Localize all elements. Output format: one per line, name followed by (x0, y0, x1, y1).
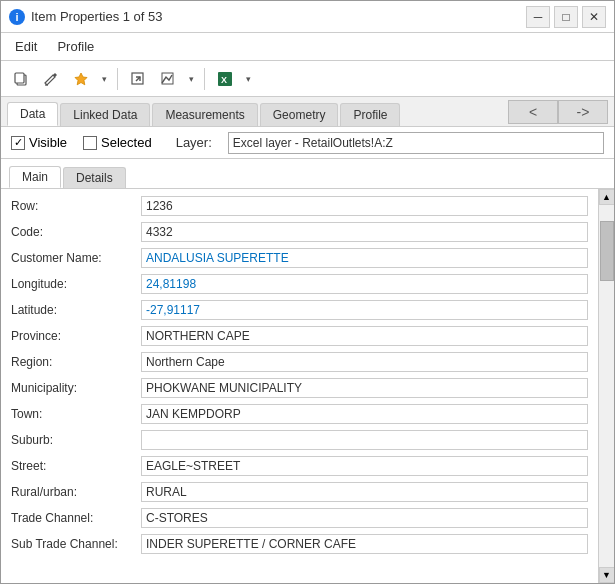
field-value[interactable] (141, 482, 588, 502)
excel-dropdown-btn[interactable]: ▾ (241, 66, 255, 92)
copy-icon (13, 71, 29, 87)
scrollbar-track: ▲ ▼ (598, 189, 614, 583)
content-area: Row:Code:Customer Name:Longitude:Latitud… (1, 189, 614, 583)
field-value[interactable] (141, 196, 588, 216)
excel-icon: X (216, 70, 234, 88)
excel-toolbar-btn[interactable]: X (211, 66, 239, 92)
field-value[interactable] (141, 456, 588, 476)
field-label: Street: (11, 459, 141, 473)
table-row: Longitude: (11, 273, 588, 295)
field-label: Trade Channel: (11, 511, 141, 525)
separator-1 (117, 68, 118, 90)
app-icon: i (9, 9, 25, 25)
field-label: Code: (11, 225, 141, 239)
minimize-button[interactable]: ─ (526, 6, 550, 28)
field-value[interactable] (141, 352, 588, 372)
sub-tab-details[interactable]: Details (63, 167, 126, 188)
visible-checkbox-item[interactable]: ✓ Visible (11, 135, 67, 150)
table-row: Suburb: (11, 429, 588, 451)
field-label: Latitude: (11, 303, 141, 317)
table-row: Sub Trade Channel: (11, 533, 588, 555)
selected-label: Selected (101, 135, 152, 150)
navigate1-icon (130, 71, 146, 87)
tab-linked-data[interactable]: Linked Data (60, 103, 150, 126)
tab-data[interactable]: Data (7, 102, 58, 126)
layer-label: Layer: (176, 135, 212, 150)
sub-tabs-row: Main Details (1, 159, 614, 189)
tabs-row: Data Linked Data Measurements Geometry P… (1, 97, 614, 127)
layer-input[interactable] (228, 132, 604, 154)
star-dropdown-btn[interactable]: ▾ (97, 66, 111, 92)
main-window: i Item Properties 1 of 53 ─ □ ✕ Edit Pro… (0, 0, 615, 584)
tab-measurements[interactable]: Measurements (152, 103, 257, 126)
scrollbar-thumb[interactable] (600, 221, 614, 281)
visible-checkbox[interactable]: ✓ (11, 136, 25, 150)
menu-profile[interactable]: Profile (49, 37, 102, 56)
nav-prev-button[interactable]: < (508, 100, 558, 124)
field-label: Longitude: (11, 277, 141, 291)
field-value[interactable] (141, 508, 588, 528)
separator-2 (204, 68, 205, 90)
fields-scroll[interactable]: Row:Code:Customer Name:Longitude:Latitud… (1, 189, 598, 583)
nav-next-button[interactable]: -> (558, 100, 608, 124)
star-icon (73, 71, 89, 87)
table-row: Trade Channel: (11, 507, 588, 529)
field-label: Sub Trade Channel: (11, 537, 141, 551)
svg-rect-1 (15, 73, 24, 83)
visible-label: Visible (29, 135, 67, 150)
edit-icon (43, 71, 59, 87)
table-row: Code: (11, 221, 588, 243)
field-label: Suburb: (11, 433, 141, 447)
field-value[interactable] (141, 222, 588, 242)
navigate2-toolbar-btn[interactable] (154, 66, 182, 92)
field-value[interactable] (141, 534, 588, 554)
navigate-dropdown-btn[interactable]: ▾ (184, 66, 198, 92)
table-row: Street: (11, 455, 588, 477)
table-row: Customer Name: (11, 247, 588, 269)
scrollbar-down-arrow[interactable]: ▼ (599, 567, 615, 583)
svg-text:X: X (221, 75, 227, 85)
window-title: Item Properties 1 of 53 (31, 9, 526, 24)
title-buttons: ─ □ ✕ (526, 6, 606, 28)
navigate1-toolbar-btn[interactable] (124, 66, 152, 92)
scrollbar-up-arrow[interactable]: ▲ (599, 189, 615, 205)
field-label: Rural/urban: (11, 485, 141, 499)
field-value[interactable] (141, 326, 588, 346)
field-label: Row: (11, 199, 141, 213)
close-button[interactable]: ✕ (582, 6, 606, 28)
field-value[interactable] (141, 378, 588, 398)
menu-bar: Edit Profile (1, 33, 614, 61)
field-label: Town: (11, 407, 141, 421)
visible-row: ✓ Visible Selected Layer: (1, 127, 614, 159)
table-row: Municipality: (11, 377, 588, 399)
copy-toolbar-btn[interactable] (7, 66, 35, 92)
table-row: Town: (11, 403, 588, 425)
field-value[interactable] (141, 274, 588, 294)
field-label: Customer Name: (11, 251, 141, 265)
tab-profile[interactable]: Profile (340, 103, 400, 126)
toolbar: ▾ ▾ X ▾ (1, 61, 614, 97)
field-value[interactable] (141, 300, 588, 320)
title-bar: i Item Properties 1 of 53 ─ □ ✕ (1, 1, 614, 33)
svg-rect-4 (132, 73, 143, 84)
table-row: Rural/urban: (11, 481, 588, 503)
field-label: Province: (11, 329, 141, 343)
star-toolbar-btn[interactable] (67, 66, 95, 92)
tab-geometry[interactable]: Geometry (260, 103, 339, 126)
navigate2-icon (160, 71, 176, 87)
maximize-button[interactable]: □ (554, 6, 578, 28)
edit-toolbar-btn[interactable] (37, 66, 65, 92)
table-row: Row: (11, 195, 588, 217)
sub-tab-main[interactable]: Main (9, 166, 61, 188)
field-value[interactable] (141, 404, 588, 424)
field-value[interactable] (141, 248, 588, 268)
selected-checkbox[interactable] (83, 136, 97, 150)
field-label: Region: (11, 355, 141, 369)
table-row: Region: (11, 351, 588, 373)
selected-checkbox-item[interactable]: Selected (83, 135, 152, 150)
table-row: Province: (11, 325, 588, 347)
field-value[interactable] (141, 430, 588, 450)
svg-marker-3 (75, 73, 87, 85)
table-row: Latitude: (11, 299, 588, 321)
menu-edit[interactable]: Edit (7, 37, 45, 56)
